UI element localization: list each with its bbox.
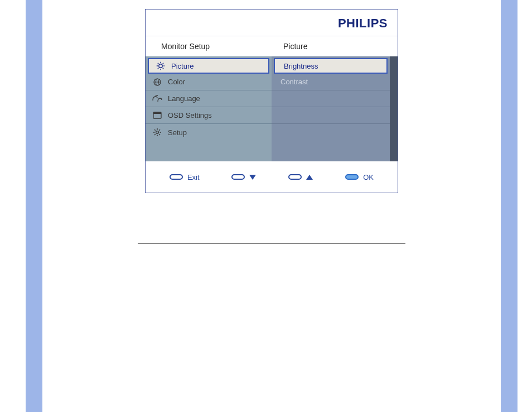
globe-icon — [152, 77, 162, 87]
window-icon — [152, 111, 162, 121]
svg-point-14 — [156, 131, 159, 134]
menu-item-language[interactable]: Language — [146, 90, 272, 107]
svg-line-5 — [158, 63, 159, 64]
divider — [138, 243, 405, 244]
language-icon — [152, 94, 162, 104]
arrow-down-icon — [249, 175, 256, 180]
header-right: Picture — [275, 36, 398, 56]
sub-item-empty — [272, 90, 390, 107]
gear-icon — [152, 127, 162, 137]
nav-label: Exit — [187, 173, 200, 181]
brightness-icon — [156, 61, 166, 71]
header-left: Monitor Setup — [146, 36, 275, 56]
page-accent-right — [501, 0, 518, 412]
svg-rect-13 — [153, 112, 161, 114]
column-headers: Monitor Setup Picture — [146, 36, 398, 56]
menu-item-picture[interactable]: Picture — [148, 58, 269, 74]
svg-line-21 — [159, 130, 160, 131]
pill-icon — [231, 174, 245, 180]
content-area: PHILIPS Monitor Setup Picture Picture Co — [42, 0, 501, 244]
brand-bar: PHILIPS — [146, 9, 398, 36]
menu-item-color[interactable]: Color — [146, 74, 272, 90]
arrow-up-icon — [306, 175, 313, 180]
pill-icon — [170, 174, 183, 180]
sub-item-brightness[interactable]: Brightness — [274, 58, 388, 74]
menu-item-osd-settings[interactable]: OSD Settings — [146, 107, 272, 124]
svg-line-19 — [154, 130, 156, 131]
nav-ok-button[interactable]: OK — [345, 173, 374, 181]
brand-logo: PHILIPS — [338, 16, 388, 31]
nav-exit-button[interactable]: Exit — [170, 173, 200, 181]
svg-line-6 — [163, 68, 164, 69]
nav-down-button[interactable] — [231, 174, 256, 180]
svg-line-7 — [163, 63, 164, 64]
menu-item-setup[interactable]: Setup — [146, 124, 272, 141]
menu-item-label: OSD Settings — [168, 111, 212, 119]
sub-item-empty — [272, 124, 390, 141]
svg-line-22 — [154, 134, 156, 135]
osd-panel: PHILIPS Monitor Setup Picture Picture Co — [145, 9, 398, 193]
pill-icon — [345, 174, 359, 180]
nav-bar: Exit OK — [146, 161, 398, 193]
sub-menu: Brightness Contrast — [272, 56, 398, 161]
menu-item-label: Picture — [171, 62, 194, 70]
page-accent-left — [26, 0, 42, 412]
menu-body: Picture Color Language — [146, 56, 398, 161]
sub-item-empty — [272, 107, 390, 124]
main-menu: Picture Color Language — [146, 56, 272, 161]
menu-item-label: Language — [168, 94, 200, 103]
pill-icon — [288, 174, 302, 180]
sub-item-label: Brightness — [284, 62, 318, 70]
sub-item-contrast[interactable]: Contrast — [272, 74, 390, 90]
menu-item-label: Setup — [168, 128, 187, 137]
svg-line-20 — [159, 134, 160, 135]
svg-line-8 — [158, 68, 159, 69]
nav-up-button[interactable] — [288, 174, 313, 180]
nav-label: OK — [363, 173, 374, 181]
sub-item-label: Contrast — [280, 78, 308, 86]
svg-point-0 — [159, 64, 162, 68]
menu-item-label: Color — [168, 78, 185, 86]
